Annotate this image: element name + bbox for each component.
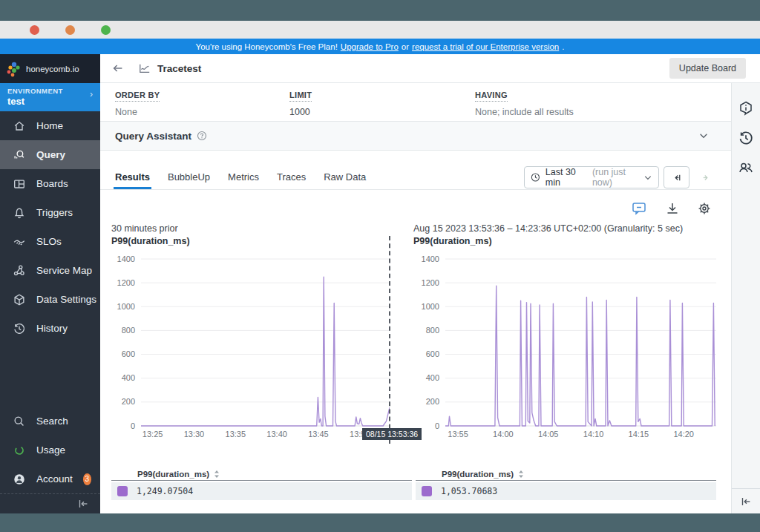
- sidebar-item-boards[interactable]: Boards: [0, 169, 100, 198]
- tab-raw-data[interactable]: Raw Data: [324, 167, 366, 189]
- sort-icon[interactable]: [213, 470, 220, 479]
- current-period-line-chart[interactable]: 020040060080010001200140013:5514:0014:05…: [416, 249, 716, 441]
- history-icon: [13, 322, 26, 335]
- next-query-button-disabled: [693, 166, 719, 188]
- comment-icon[interactable]: [631, 200, 647, 217]
- sidebar-item-service-map[interactable]: Service Map: [0, 256, 100, 285]
- maximize-window-icon[interactable]: [101, 25, 111, 35]
- environment-label: ENVIRONMENT: [7, 87, 93, 95]
- table-row[interactable]: 1,053.70683: [416, 482, 716, 500]
- sidebar-item-history[interactable]: History: [0, 314, 100, 343]
- hexagon-info-icon: [738, 100, 754, 116]
- desktop-frame: [0, 513, 760, 532]
- query-assistant-row[interactable]: Query Assistant: [100, 121, 731, 151]
- sidebar-item-account[interactable]: Account 3: [0, 464, 100, 493]
- search-icon: [13, 415, 26, 428]
- chart-caption: 30 minutes prior: [111, 223, 390, 236]
- time-range-dropdown[interactable]: Last 30 min (run just now): [524, 166, 659, 188]
- previous-query-button[interactable]: [664, 166, 689, 188]
- chart-caption: Aug 15 2023 13:53:36 – 14:23:36 UTC+02:0…: [413, 223, 716, 236]
- chevron-down-icon: [643, 173, 652, 183]
- logo-text: honeycomb.io: [26, 65, 79, 73]
- tab-metrics[interactable]: Metrics: [228, 167, 259, 189]
- table-row[interactable]: 1,249.07504: [111, 482, 412, 500]
- tab-results[interactable]: Results: [115, 167, 150, 189]
- having-column[interactable]: HAVING None; include all results: [475, 88, 574, 117]
- sidebar-item-query[interactable]: Query: [0, 140, 100, 169]
- download-icon[interactable]: [664, 200, 681, 217]
- svg-text:13:35: 13:35: [226, 430, 246, 439]
- help-icon[interactable]: [197, 131, 207, 141]
- sidebar-item-home[interactable]: Home: [0, 111, 100, 140]
- order-by-column[interactable]: ORDER BY None: [115, 88, 160, 117]
- sidebar-item-triggers[interactable]: Triggers: [0, 198, 100, 227]
- order-by-value[interactable]: None: [115, 107, 160, 117]
- tab-traces[interactable]: Traces: [277, 167, 306, 189]
- now-marker-tooltip: 08/15 13:53:36: [362, 428, 422, 440]
- honeycomb-logo[interactable]: honeycomb.io: [0, 54, 100, 83]
- sidebar-collapse-button[interactable]: [0, 493, 100, 513]
- sidebar-item-label: Search: [36, 416, 68, 427]
- environment-switcher[interactable]: ENVIRONMENT test ›: [0, 83, 100, 111]
- close-window-icon[interactable]: [30, 25, 39, 35]
- svg-text:14:00: 14:00: [493, 430, 514, 439]
- svg-text:14:20: 14:20: [673, 430, 694, 439]
- rail-collapse-button[interactable]: [732, 488, 760, 513]
- having-value[interactable]: None; include all results: [475, 107, 574, 117]
- svg-text:1000: 1000: [117, 302, 135, 311]
- previous-period-line-chart[interactable]: 020040060080010001200140013:2513:3013:35…: [111, 249, 390, 441]
- svg-text:400: 400: [426, 373, 439, 382]
- team-activity-button[interactable]: [732, 153, 760, 183]
- chevron-down-icon[interactable]: [698, 131, 709, 141]
- sidebar-item-label: SLOs: [36, 236, 62, 247]
- window-titlebar: [0, 21, 760, 39]
- dataset-info-button[interactable]: [732, 93, 760, 123]
- app-root: You're using Honeycomb's Free Plan! Upgr…: [0, 0, 760, 532]
- series-swatch: [422, 486, 432, 496]
- svg-text:1200: 1200: [117, 278, 135, 287]
- right-rail: [731, 83, 760, 513]
- sidebar-item-label: History: [36, 323, 68, 334]
- page-title: Tracetest: [157, 63, 201, 74]
- sidebar-item-label: Boards: [36, 178, 68, 189]
- gear-icon[interactable]: [696, 200, 712, 217]
- svg-text:14:05: 14:05: [538, 430, 559, 439]
- sidebar-item-slos[interactable]: SLOs: [0, 227, 100, 256]
- chart-toolbar: [100, 200, 731, 223]
- enterprise-trial-link[interactable]: request a trial of our Enterprise versio…: [412, 42, 559, 51]
- upgrade-to-pro-link[interactable]: Upgrade to Pro: [341, 42, 399, 51]
- clock-icon: [531, 172, 540, 183]
- honeycomb-logo-icon: [6, 60, 22, 78]
- svg-text:14:15: 14:15: [629, 430, 649, 439]
- update-board-button[interactable]: Update Board: [669, 58, 746, 79]
- summary-table-header[interactable]: P99(duration_ms): [111, 467, 412, 481]
- summary-value: 1,249.07504: [137, 486, 193, 496]
- home-icon: [13, 119, 26, 133]
- limit-value[interactable]: 1000: [289, 107, 312, 117]
- sidebar-item-search[interactable]: Search: [0, 407, 100, 436]
- chart-series-label: P99(duration_ms): [111, 236, 390, 247]
- svg-text:0: 0: [131, 421, 135, 430]
- svg-text:13:30: 13:30: [184, 430, 205, 439]
- back-arrow-icon[interactable]: [111, 62, 125, 75]
- query-icon: [13, 148, 26, 162]
- svg-text:800: 800: [122, 326, 135, 335]
- usage-icon: [13, 444, 26, 457]
- tab-bubbleup[interactable]: BubbleUp: [168, 167, 210, 189]
- line-chart-icon: [138, 62, 151, 74]
- collapse-left-icon: [739, 495, 753, 508]
- query-history-button[interactable]: [732, 123, 760, 153]
- summary-table-header[interactable]: P99(duration_ms): [416, 467, 716, 481]
- limit-column[interactable]: LIMIT 1000: [289, 88, 312, 117]
- main-content: ORDER BY None LIMIT 1000 HAVING None; in…: [100, 83, 731, 513]
- service-map-icon: [13, 264, 26, 278]
- account-badge: 3: [83, 473, 91, 485]
- sort-icon[interactable]: [517, 470, 525, 479]
- limit-label: LIMIT: [289, 91, 312, 102]
- svg-text:1400: 1400: [422, 254, 439, 263]
- sidebar-item-data-settings[interactable]: Data Settings: [0, 285, 100, 314]
- sidebar-item-usage[interactable]: Usage: [0, 436, 100, 464]
- current-period-chart: Aug 15 2023 13:53:36 – 14:23:36 UTC+02:0…: [413, 223, 716, 441]
- minimize-window-icon[interactable]: [65, 25, 75, 35]
- svg-text:400: 400: [122, 373, 135, 382]
